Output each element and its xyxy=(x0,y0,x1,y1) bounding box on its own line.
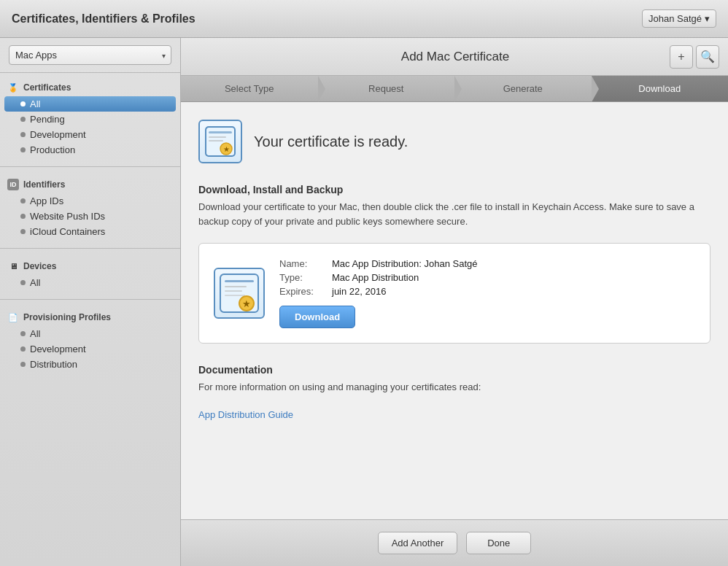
cert-svg-large: ★ xyxy=(203,124,238,159)
svg-text:★: ★ xyxy=(242,298,251,309)
provisioning-icon: 📄 xyxy=(7,311,19,323)
svg-rect-3 xyxy=(209,140,223,142)
svg-text:★: ★ xyxy=(223,145,230,153)
sidebar-item-icloud-containers[interactable]: iCloud Containers xyxy=(0,224,180,239)
user-menu[interactable]: Johan Satgé ▾ xyxy=(642,9,716,28)
download-certificate-button[interactable]: Download xyxy=(279,306,355,328)
step-label: Download xyxy=(638,83,681,94)
svg-rect-10 xyxy=(225,295,245,296)
svg-rect-1 xyxy=(209,131,232,133)
cert-ready-message: Your certificate is ready. xyxy=(254,133,408,150)
sidebar-item-label: Production xyxy=(30,144,75,155)
dot-icon xyxy=(20,362,26,367)
cert-name-label: Name: xyxy=(279,258,323,269)
top-bar: Certificates, Identifiers & Profiles Joh… xyxy=(0,0,728,38)
dot-icon xyxy=(20,132,26,137)
certificates-section: 🏅 Certificates All Pending Development P… xyxy=(0,73,180,163)
sidebar-item-certs-all[interactable]: All xyxy=(4,96,176,112)
cert-name-row: Name: Mac App Distribution: Johan Satgé xyxy=(279,258,695,269)
documentation-section: Documentation For more information on us… xyxy=(198,364,710,420)
steps-bar: Select Type Request Generate Download xyxy=(181,76,728,102)
done-button[interactable]: Done xyxy=(466,532,531,554)
sidebar-item-prov-distribution[interactable]: Distribution xyxy=(0,357,180,372)
sidebar-item-label: iCloud Containers xyxy=(30,226,105,237)
cert-expires-row: Expires: juin 22, 2016 xyxy=(279,286,695,297)
download-title: Download, Install and Backup xyxy=(198,184,710,195)
sidebar-item-certs-production[interactable]: Production xyxy=(0,142,180,158)
provisioning-section: 📄 Provisioning Profiles All Development … xyxy=(0,303,180,378)
svg-rect-2 xyxy=(209,136,226,138)
certificates-header: 🏅 Certificates xyxy=(0,79,180,96)
dot-icon xyxy=(20,214,26,219)
main-layout: Mac Apps iOS Apps tvOS Apps ▾ 🏅 Certific… xyxy=(0,38,728,566)
platform-select[interactable]: Mac Apps iOS Apps tvOS Apps xyxy=(9,45,171,65)
step-label: Request xyxy=(368,83,403,94)
sidebar-item-label: Website Push IDs xyxy=(30,211,105,222)
sidebar-item-label: Development xyxy=(30,129,86,140)
sidebar-item-label: Pending xyxy=(30,114,65,125)
devices-icon: 🖥 xyxy=(7,260,19,272)
sidebar-item-website-push-ids[interactable]: Website Push IDs xyxy=(0,209,180,224)
sidebar-item-certs-pending[interactable]: Pending xyxy=(0,112,180,127)
plus-icon: + xyxy=(678,50,684,63)
sidebar-item-devices-all[interactable]: All xyxy=(0,275,180,290)
header-buttons: + 🔍 xyxy=(670,45,719,69)
identifiers-label: Identifiers xyxy=(23,179,65,190)
user-name: Johan Satgé xyxy=(648,13,702,24)
content-header: Add Mac Certificate + 🔍 xyxy=(181,38,728,76)
identifiers-section: ID Identifiers App IDs Website Push IDs … xyxy=(0,170,180,245)
sidebar-item-prov-development[interactable]: Development xyxy=(0,341,180,357)
certificate-box: ★ Name: Mac App Distribution: Johan Satg… xyxy=(198,243,710,344)
search-button[interactable]: 🔍 xyxy=(696,45,719,69)
download-description: Download your certificate to your Mac, t… xyxy=(198,200,710,228)
step-select-type: Select Type xyxy=(181,76,318,101)
devices-section: 🖥 Devices All xyxy=(0,252,180,296)
separator xyxy=(0,248,180,249)
identifiers-header: ID Identifiers xyxy=(0,176,180,193)
sidebar-item-prov-all[interactable]: All xyxy=(0,326,180,341)
main-content: ★ Your certificate is ready. Download, I… xyxy=(181,102,728,519)
dot-icon xyxy=(20,198,26,203)
sidebar-item-certs-development[interactable]: Development xyxy=(0,127,180,142)
cert-type-row: Type: Mac App Distribution xyxy=(279,272,695,283)
bottom-bar: Add Another Done xyxy=(181,519,728,566)
step-label: Generate xyxy=(503,83,543,94)
dot-icon xyxy=(20,331,26,336)
sidebar-item-label: Distribution xyxy=(30,359,77,370)
add-another-button[interactable]: Add Another xyxy=(378,532,458,554)
svg-rect-7 xyxy=(225,280,254,282)
cert-expires-label: Expires: xyxy=(279,286,323,297)
cert-name-value: Mac App Distribution: Johan Satgé xyxy=(332,258,477,269)
user-menu-chevron-icon: ▾ xyxy=(705,13,710,24)
separator xyxy=(0,166,180,167)
dot-icon xyxy=(20,147,26,152)
cert-svg-medium: ★ xyxy=(217,271,261,315)
cert-details: Name: Mac App Distribution: Johan Satgé … xyxy=(279,258,695,328)
dot-icon xyxy=(20,346,26,352)
sidebar-item-label: All xyxy=(30,328,40,339)
devices-label: Devices xyxy=(23,261,56,271)
devices-header: 🖥 Devices xyxy=(0,257,180,275)
cert-type-label: Type: xyxy=(279,272,323,283)
step-label: Select Type xyxy=(225,83,274,94)
search-icon: 🔍 xyxy=(700,50,715,63)
sidebar-item-label: All xyxy=(30,98,40,109)
sidebar-item-app-ids[interactable]: App IDs xyxy=(0,193,180,209)
doc-description: For more information on using and managi… xyxy=(198,380,710,395)
svg-rect-8 xyxy=(225,286,247,287)
dot-icon xyxy=(20,117,26,122)
add-button[interactable]: + xyxy=(670,45,693,69)
sidebar-item-label: Development xyxy=(30,344,86,354)
cert-ready-section: ★ Your certificate is ready. xyxy=(198,120,710,163)
provisioning-header: 📄 Provisioning Profiles xyxy=(0,309,180,326)
sidebar-item-label: App IDs xyxy=(30,195,63,206)
step-request: Request xyxy=(318,76,455,101)
sidebar-item-label: All xyxy=(30,277,40,288)
cert-expires-value: juin 22, 2016 xyxy=(332,286,386,297)
page-title: Add Mac Certificate xyxy=(241,50,670,64)
content-area: Add Mac Certificate + 🔍 Select Type Requ… xyxy=(181,38,728,566)
doc-link[interactable]: App Distribution Guide xyxy=(198,409,293,420)
dropdown-container: Mac Apps iOS Apps tvOS Apps ▾ xyxy=(9,45,171,65)
certificates-label: Certificates xyxy=(23,82,71,93)
certificates-icon: 🏅 xyxy=(7,82,19,93)
